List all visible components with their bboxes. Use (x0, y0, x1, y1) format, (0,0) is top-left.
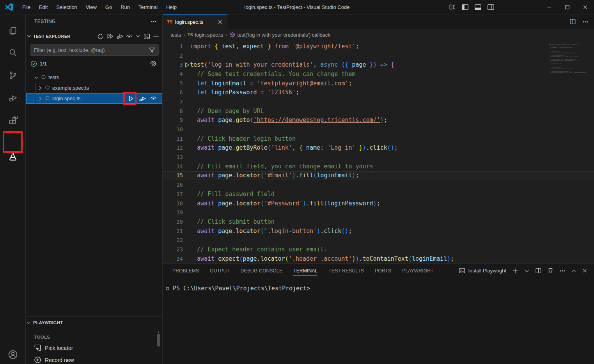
debug-all-icon[interactable] (116, 33, 123, 40)
trash-icon[interactable] (547, 267, 554, 274)
panel-tab-test-results[interactable]: TEST RESULTS (323, 264, 369, 277)
chevron-down-icon[interactable] (33, 75, 39, 80)
code-line-6[interactable]: 6 let loginPassword = '123456'; (163, 88, 594, 97)
tab-login-spec[interactable]: TS login.spec.ts (163, 14, 227, 29)
code-line-17[interactable]: 17 // Fill password field (163, 189, 594, 199)
code-line-24[interactable]: 24 await expect(page.locator('.header .a… (163, 254, 594, 263)
code-line-13[interactable]: 13 (163, 152, 594, 162)
eye-filter-icon[interactable] (126, 33, 133, 40)
playwright-header[interactable]: PLAYWRIGHT (26, 317, 162, 329)
code-line-18[interactable]: 18 await page.locator('#Password').fill(… (163, 199, 594, 208)
menu-help[interactable]: Help (162, 2, 181, 12)
debug-alt-icon[interactable] (139, 95, 146, 102)
scrollbar-thumb[interactable] (157, 334, 160, 346)
close-tab-icon[interactable] (217, 19, 223, 25)
more-icon[interactable] (153, 33, 159, 39)
close-icon[interactable] (582, 268, 588, 274)
panel-tab-ports[interactable]: PORTS (369, 264, 397, 277)
split-editor-icon[interactable] (569, 18, 576, 25)
breadcrumb-item[interactable]: TSlogin.spec.ts (188, 32, 223, 38)
menu-edit[interactable]: Edit (35, 2, 52, 12)
menu-selection[interactable]: Selection (52, 2, 81, 12)
code-line-3[interactable]: 3 test('log in with your credentials', a… (163, 60, 594, 69)
more-actions-icon[interactable] (582, 19, 589, 25)
menu-run[interactable]: Run (116, 2, 134, 12)
panel-tab-debug-console[interactable]: DEBUG CONSOLE (235, 264, 288, 277)
activity-run-debug[interactable] (0, 88, 26, 107)
maximize-button[interactable] (558, 0, 576, 14)
terminal-box-icon[interactable] (144, 33, 150, 40)
filter-funnel-icon[interactable] (149, 47, 155, 53)
chevron-down-icon[interactable] (26, 34, 32, 39)
minimize-button[interactable] (540, 0, 558, 14)
code-line-24[interactable]: await expect(page.locator('.header .acco… (549, 72, 590, 73)
activity-search[interactable] (0, 43, 26, 62)
run-all-icon[interactable] (106, 33, 113, 40)
toggle-panel-icon[interactable] (474, 4, 482, 11)
activity-extensions[interactable] (0, 111, 26, 130)
run-test-glyph-icon[interactable] (184, 62, 190, 68)
customize-layout-icon[interactable] (449, 4, 456, 11)
activity-account[interactable] (0, 345, 26, 364)
refresh-icon[interactable] (97, 33, 104, 40)
code-line-8[interactable]: 8 // Open page by URL (163, 106, 594, 116)
toggle-secondary-sidebar-icon[interactable] (487, 4, 495, 11)
code-line-20[interactable]: 20 // Click submit button (163, 217, 594, 226)
code-line-21[interactable]: 21 await page.locator('.login-button').c… (163, 226, 594, 236)
code-line-2[interactable]: 2 (163, 51, 594, 60)
code-line-19[interactable]: 19 (163, 208, 594, 217)
code-line-4[interactable]: 4 // Some test credentials. You can chan… (163, 69, 594, 79)
menu-go[interactable]: Go (101, 2, 116, 12)
launch-profile-button[interactable]: Install Playwright (459, 267, 506, 274)
playwright-tool-pick-locator[interactable]: Pick locator (34, 344, 162, 352)
tree-item-login-spec-ts[interactable]: login.spec.ts (26, 93, 162, 104)
code-line-7[interactable]: 7 (163, 97, 594, 106)
code-line-10[interactable]: 10 (163, 125, 594, 134)
more-icon[interactable] (559, 268, 566, 274)
code-line-16[interactable]: 16 (163, 180, 594, 189)
activity-explorer[interactable] (0, 21, 26, 39)
chevron-down-icon[interactable] (524, 268, 530, 274)
chevron-right-icon[interactable] (37, 85, 43, 91)
chevron-right-icon[interactable] (37, 96, 43, 101)
new-terminal-icon[interactable] (512, 267, 519, 274)
panel-tab-output[interactable]: OUTPUT (204, 264, 235, 277)
activity-source-control[interactable] (0, 66, 26, 85)
test-filter-input[interactable] (31, 47, 149, 53)
panel-tab-terminal[interactable]: TERMINAL (288, 264, 323, 277)
activity-testing[interactable] (0, 147, 26, 166)
code-line-11[interactable]: 11 // Click header login button (163, 134, 594, 143)
code-line-23[interactable]: 23 // Expect header contains user email. (163, 245, 594, 254)
split-panel-icon[interactable] (535, 267, 542, 274)
code-line-15[interactable]: 15 await page.locator('#Email').fill(log… (163, 171, 594, 180)
terminal-prompt-line[interactable]: PS C:\Users\Pavel\Projects\TestProject> (166, 285, 310, 292)
eye-icon[interactable] (150, 95, 157, 102)
scrollbar[interactable]: ▲ (156, 330, 160, 364)
code-line-12[interactable]: 12 await page.getByRole('link', { name: … (163, 143, 594, 153)
play-icon[interactable] (128, 95, 135, 102)
breadcrumb-item[interactable]: tests (170, 32, 181, 38)
more-actions-icon[interactable] (151, 18, 157, 25)
scroll-up-arrow-icon[interactable]: ▲ (157, 330, 160, 334)
code-line-14[interactable]: 14 // Fill email field, you can change e… (163, 162, 594, 171)
menu-view[interactable]: View (82, 2, 101, 12)
breadcrumb-item[interactable]: test('log in with your credentials') cal… (229, 32, 330, 38)
chevron-up-icon[interactable] (571, 268, 576, 274)
code-line-9[interactable]: 9 await page.goto('https://demowebshop.t… (163, 116, 594, 125)
menu-file[interactable]: File (18, 2, 35, 12)
tree-item-tests[interactable]: tests (26, 72, 162, 83)
close-button[interactable] (576, 0, 594, 14)
code-editor[interactable]: 1 import { test, expect } from '@playwri… (163, 41, 594, 263)
toggle-sidebar-icon[interactable] (461, 4, 469, 11)
panel-tab-problems[interactable]: PROBLEMS (167, 264, 204, 277)
rerun-tests-icon[interactable] (150, 60, 157, 67)
minimap[interactable]: import { test, expect } from '@playwrigh… (549, 41, 590, 131)
code-line-1[interactable]: 1 import { test, expect } from '@playwri… (163, 42, 594, 51)
code-line-22[interactable]: 22 (163, 235, 594, 245)
tree-item-example-spec-ts[interactable]: example.spec.ts (26, 83, 162, 93)
menu-terminal[interactable]: Terminal (134, 2, 162, 12)
playwright-tool-record-new[interactable]: Record new (34, 356, 162, 364)
chevron-down-icon[interactable] (135, 34, 141, 39)
code-line-5[interactable]: 5 let loginEmail = 'testplaywright@email… (163, 79, 594, 88)
panel-tab-playwright[interactable]: PLAYWRIGHT (397, 264, 439, 277)
